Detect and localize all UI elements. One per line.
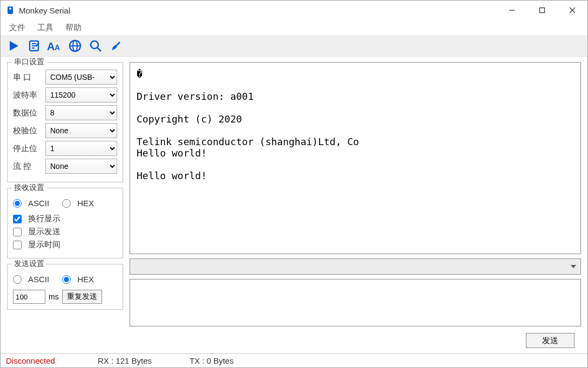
baud-select[interactable]: 115200 (45, 87, 117, 103)
statusbar: Disconnected RX : 121 Bytes TX : 0 Bytes (1, 353, 587, 367)
recv-settings-legend: 接收设置 (12, 183, 46, 193)
flow-select[interactable]: None (45, 159, 117, 174)
repeat-send-button[interactable]: 重复发送 (62, 290, 102, 304)
maximize-button[interactable] (527, 1, 557, 20)
left-panel: 串口设置 串 口 COM5 (USB- 波特率 115200 数据位 8 校验位… (7, 62, 123, 348)
parity-label: 校验位 (13, 126, 45, 136)
interval-input[interactable] (13, 290, 45, 304)
parity-select[interactable]: None (45, 123, 117, 138)
send-ascii-radio[interactable]: ASCII (13, 275, 49, 284)
send-settings-legend: 发送设置 (12, 259, 46, 269)
send-settings-group: 发送设置 ASCII HEX ms 重复发送 (7, 264, 123, 310)
connection-status: Disconnected (6, 356, 98, 365)
menubar: 文件 工具 帮助 (1, 20, 587, 35)
app-window: Monkey Serial 文件 工具 帮助 AA 串口设置 串 口 COM5 … (0, 0, 588, 368)
menu-file[interactable]: 文件 (6, 22, 29, 34)
send-hex-radio[interactable]: HEX (62, 275, 94, 284)
svg-line-16 (97, 47, 101, 51)
svg-point-15 (91, 41, 98, 49)
ms-label: ms (49, 292, 59, 301)
app-icon (6, 6, 15, 15)
serial-settings-group: 串口设置 串 口 COM5 (USB- 波特率 115200 数据位 8 校验位… (7, 62, 123, 182)
recv-hex-radio[interactable]: HEX (62, 199, 94, 208)
play-icon[interactable] (6, 38, 21, 53)
databits-select[interactable]: 8 (45, 105, 117, 120)
databits-label: 数据位 (13, 108, 45, 118)
serial-settings-legend: 串口设置 (12, 57, 46, 67)
toolbar: AA (1, 35, 587, 57)
port-select[interactable]: COM5 (USB- (45, 70, 117, 85)
tx-status: TX : 0 Bytes (190, 356, 281, 365)
send-bar: 发送 (130, 331, 581, 348)
brush-icon[interactable] (109, 38, 124, 53)
stopbits-select[interactable]: 1 (45, 141, 117, 156)
flow-label: 流 控 (13, 161, 45, 172)
send-textbox[interactable] (130, 279, 581, 326)
content-area: 串口设置 串 口 COM5 (USB- 波特率 115200 数据位 8 校验位… (1, 57, 587, 353)
titlebar: Monkey Serial (1, 1, 587, 20)
show-send-checkbox[interactable]: 显示发送 (13, 227, 117, 237)
font-icon[interactable]: AA (47, 38, 62, 53)
window-buttons (497, 1, 587, 20)
baud-label: 波特率 (13, 90, 45, 100)
history-dropdown[interactable] (130, 258, 581, 275)
wrap-checkbox[interactable]: 换行显示 (13, 214, 117, 224)
show-time-checkbox[interactable]: 显示时间 (13, 240, 117, 250)
stopbits-label: 停止位 (13, 144, 45, 154)
svg-rect-3 (540, 8, 545, 13)
close-button[interactable] (557, 1, 587, 20)
svg-point-1 (9, 8, 11, 10)
svg-text:A: A (55, 43, 60, 52)
search-icon[interactable] (88, 38, 103, 53)
rx-status: RX : 121 Bytes (98, 356, 190, 365)
send-button[interactable]: 发送 (526, 333, 575, 348)
recv-settings-group: 接收设置 ASCII HEX 换行显示 显示发送 显示时间 (7, 188, 123, 258)
port-label: 串 口 (13, 72, 45, 83)
window-title: Monkey Serial (19, 6, 497, 15)
svg-text:A: A (47, 40, 55, 52)
globe-icon[interactable] (67, 38, 83, 53)
recv-ascii-radio[interactable]: ASCII (13, 199, 49, 208)
menu-tools[interactable]: 工具 (34, 22, 57, 34)
notes-icon[interactable] (26, 38, 42, 53)
right-panel: � Driver version: a001 Copyright (c) 202… (130, 62, 581, 348)
minimize-button[interactable] (497, 1, 527, 20)
terminal-output[interactable]: � Driver version: a001 Copyright (c) 202… (130, 62, 581, 254)
menu-help[interactable]: 帮助 (62, 22, 85, 34)
